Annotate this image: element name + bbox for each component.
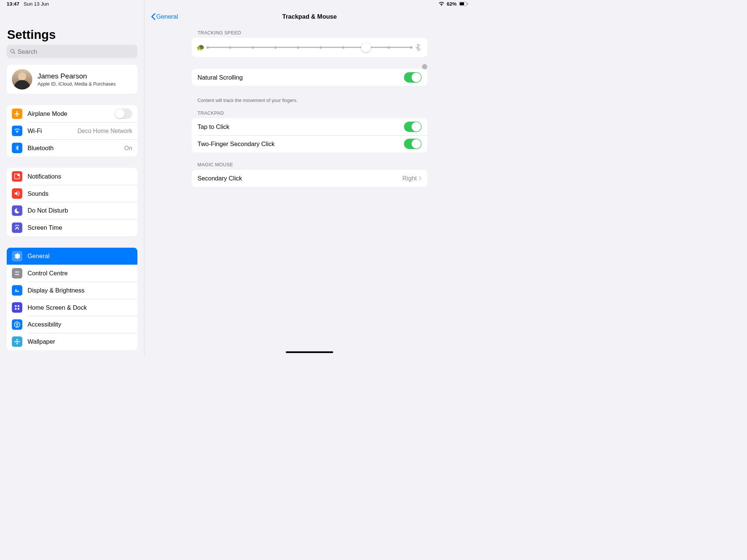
row-value: Right xyxy=(402,174,417,182)
moon-icon xyxy=(12,205,22,216)
sidebar-item-label: Wallpaper xyxy=(28,338,132,346)
svg-rect-15 xyxy=(15,308,16,309)
svg-point-10 xyxy=(17,274,19,275)
rabbit-icon: 🐇 xyxy=(414,43,422,51)
row-label: Natural Scrolling xyxy=(198,74,404,81)
svg-line-4 xyxy=(13,52,15,54)
notifications-icon xyxy=(12,171,22,182)
sidebar: Settings James Pearson Apple ID, iCloud,… xyxy=(0,0,144,356)
sidebar-item-bluetooth[interactable]: Bluetooth On xyxy=(7,139,137,157)
svg-point-21 xyxy=(16,343,18,344)
sidebar-item-label: Do Not Disturb xyxy=(28,207,132,214)
section-header-magic: MAGIC MOUSE xyxy=(192,162,427,170)
back-label: General xyxy=(156,13,178,21)
main-content: General Trackpad & Mouse TRACKING SPEED … xyxy=(144,0,475,356)
airplane-icon xyxy=(12,108,22,119)
status-time: 13:47 xyxy=(7,1,19,7)
hourglass-icon xyxy=(12,222,22,233)
sidebar-item-label: Display & Brightness xyxy=(28,287,132,294)
svg-point-22 xyxy=(15,341,16,343)
sidebar-item-label: Wi-Fi xyxy=(28,127,78,134)
sounds-icon xyxy=(12,188,22,199)
sidebar-item-label: Control Centre xyxy=(28,270,132,277)
sidebar-item-label: Bluetooth xyxy=(28,144,124,152)
back-button[interactable]: General xyxy=(151,13,178,21)
grid-icon xyxy=(12,302,22,313)
search-icon xyxy=(10,49,16,54)
search-bar[interactable] xyxy=(7,45,137,58)
slider-thumb[interactable] xyxy=(361,43,371,52)
flower-icon xyxy=(12,337,22,347)
svg-point-23 xyxy=(18,341,20,343)
text-size-icon: AA xyxy=(12,285,22,296)
sidebar-item-label: Sounds xyxy=(28,190,132,197)
sidebar-item-label: Accessibility xyxy=(28,321,132,328)
turtle-icon: 🐢 xyxy=(196,43,205,51)
airplane-toggle[interactable] xyxy=(115,108,132,119)
natural-scrolling-row[interactable]: Natural Scrolling xyxy=(192,69,427,86)
natural-scrolling-toggle[interactable] xyxy=(404,72,422,83)
sidebar-item-control[interactable]: Control Centre xyxy=(7,265,137,282)
row-label: Tap to Click xyxy=(198,123,404,131)
sidebar-item-notifications[interactable]: Notifications xyxy=(7,168,137,185)
page-title: Settings xyxy=(7,27,137,41)
secondary-click-row[interactable]: Secondary Click Right xyxy=(192,170,427,187)
profile-name: James Pearson xyxy=(37,72,115,80)
wifi-icon xyxy=(12,126,22,136)
sidebar-item-wallpaper[interactable]: Wallpaper xyxy=(7,333,137,350)
sidebar-item-label: Home Screen & Dock xyxy=(28,304,132,311)
svg-rect-16 xyxy=(18,308,19,309)
svg-rect-14 xyxy=(18,305,19,307)
tracking-speed-slider[interactable]: 🐢 🐇 xyxy=(192,38,427,57)
two-finger-toggle[interactable] xyxy=(404,139,422,149)
section-header-trackpad: TRACKPAD xyxy=(192,111,427,118)
chevron-right-icon xyxy=(419,176,422,181)
svg-point-6 xyxy=(17,174,19,176)
sidebar-item-dnd[interactable]: Do Not Disturb xyxy=(7,202,137,219)
tap-to-click-row[interactable]: Tap to Click xyxy=(192,118,427,135)
sidebar-item-value: Deco Home Network xyxy=(77,127,132,134)
sidebar-item-label: Screen Time xyxy=(28,224,132,232)
svg-rect-13 xyxy=(15,305,16,307)
avatar xyxy=(12,69,32,90)
sidebar-item-label: General xyxy=(28,253,132,260)
sidebar-item-display[interactable]: AA Display & Brightness xyxy=(7,282,137,299)
sidebar-item-accessibility[interactable]: Accessibility xyxy=(7,316,137,333)
sidebar-item-general[interactable]: General xyxy=(7,248,137,265)
two-finger-row[interactable]: Two-Finger Secondary Click xyxy=(192,135,427,152)
sidebar-item-label: Airplane Mode xyxy=(28,110,115,118)
sidebar-item-airplane[interactable]: Airplane Mode xyxy=(7,105,137,123)
sidebar-item-home[interactable]: Home Screen & Dock xyxy=(7,299,137,316)
home-indicator[interactable] xyxy=(286,352,333,353)
profile-subtitle: Apple ID, iCloud, Media & Purchases xyxy=(37,81,115,87)
svg-point-19 xyxy=(16,341,18,342)
gear-icon xyxy=(12,251,22,262)
profile-row[interactable]: James Pearson Apple ID, iCloud, Media & … xyxy=(7,65,137,94)
slider-track[interactable] xyxy=(208,47,411,48)
sliders-icon xyxy=(12,268,22,278)
chevron-left-icon xyxy=(151,13,156,20)
row-label: Two-Finger Secondary Click xyxy=(198,140,404,148)
row-label: Secondary Click xyxy=(198,174,403,182)
accessibility-icon xyxy=(12,319,22,330)
status-date: Sun 13 Jun xyxy=(24,1,49,7)
sidebar-item-sounds[interactable]: Sounds xyxy=(7,185,137,202)
section-header-tracking: TRACKING SPEED xyxy=(192,30,427,38)
tap-to-click-toggle[interactable] xyxy=(404,121,422,132)
detail-title: Trackpad & Mouse xyxy=(282,13,337,21)
svg-text:A: A xyxy=(17,290,19,293)
section-footer-natural: Content will track the movement of your … xyxy=(192,95,427,103)
sidebar-item-value: On xyxy=(124,145,132,151)
sidebar-item-screentime[interactable]: Screen Time xyxy=(7,219,137,236)
bluetooth-icon xyxy=(12,143,22,153)
svg-point-8 xyxy=(15,271,17,273)
sidebar-item-wifi[interactable]: Wi-Fi Deco Home Network xyxy=(7,122,137,139)
svg-point-20 xyxy=(16,339,18,340)
sidebar-item-label: Notifications xyxy=(28,173,132,180)
search-input[interactable] xyxy=(18,48,134,55)
svg-point-18 xyxy=(16,323,18,324)
